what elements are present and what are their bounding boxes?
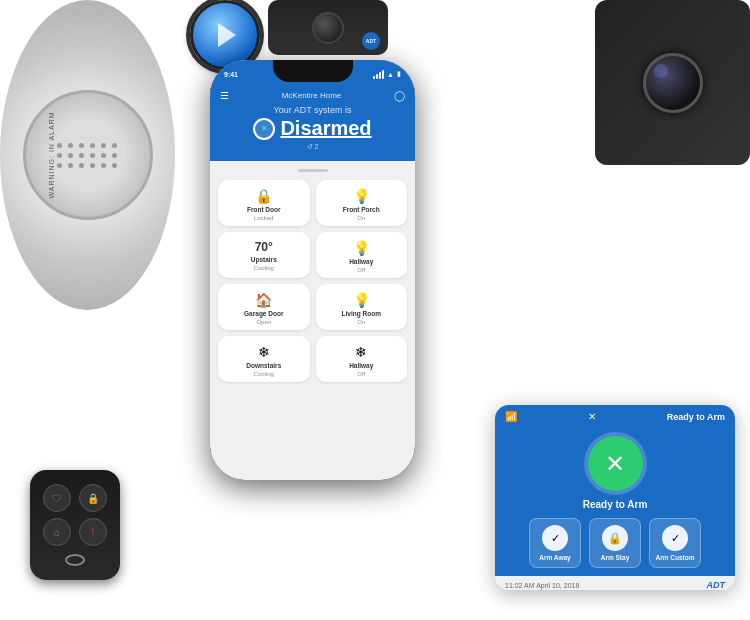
phone-nav: ☰ McKentire Home ◯ (220, 90, 405, 101)
drag-handle (298, 169, 328, 172)
close-button[interactable]: ✕ (588, 411, 596, 422)
tile-label: Upstairs (251, 256, 277, 263)
smartphone: 9:41 ▲ ▮ ☰ McKentire Home ◯ Your ADT sys… (210, 60, 415, 480)
tile-sublabel: On (357, 215, 365, 221)
tile-sublabel: Locked (254, 215, 273, 221)
arm-stay-label: Arm Stay (601, 554, 630, 561)
shield-x-icon: ✕ (605, 450, 625, 478)
keyfob-alarm-button[interactable]: ! (79, 518, 107, 546)
shield-badge-icon: ✕ (253, 118, 275, 140)
arm-away-label: Arm Away (539, 554, 570, 561)
wifi-icon: 📶 (505, 411, 517, 422)
home-label: McKentire Home (282, 91, 342, 100)
keyfob-remote: 🛡 🔒 ⌂ ! (30, 470, 120, 580)
arm-custom-icon: ✓ (662, 525, 688, 551)
doorbell-camera: ADT (268, 0, 388, 55)
tile-label: Garage Door (244, 310, 283, 317)
arm-buttons: ✓ Arm Away 🔒 Arm Stay ✓ Arm Custom (529, 518, 701, 568)
battery-icon: ▮ (397, 70, 401, 78)
touchpad-body: ✕ Ready to Arm ✓ Arm Away 🔒 Arm Stay ✓ A… (495, 428, 735, 576)
tile-sublabel: Cooling (254, 371, 274, 377)
arm-custom-button[interactable]: ✓ Arm Custom (649, 518, 701, 568)
phone-body: 🔒 Front Door Locked 💡 Front Porch On 70°… (210, 161, 415, 480)
temp-value: 70° (255, 240, 273, 254)
keyfob-keyring (65, 554, 85, 566)
tile-upstairs[interactable]: 70° Upstairs Cooling (218, 232, 310, 278)
doorbell-play-icon (218, 23, 236, 47)
status-badge: ✕ Disarmed (253, 117, 371, 140)
camera-lens (643, 53, 703, 113)
touchpad-header: 📶 ✕ Ready to Arm (495, 405, 735, 428)
snow-icon: ❄ (258, 344, 270, 360)
tile-sublabel: Cooling (254, 265, 274, 271)
menu-icon[interactable]: ☰ (220, 90, 229, 101)
garage-icon: 🏠 (255, 292, 272, 308)
tile-hallway-2[interactable]: ❄ Hallway Off (316, 336, 408, 382)
tile-label: Living Room (342, 310, 381, 317)
disarmed-text: Disarmed (280, 117, 371, 140)
smoke-detector-inner (23, 90, 153, 220)
device-grid: 🔒 Front Door Locked 💡 Front Porch On 70°… (218, 180, 407, 382)
snowflake-icon: ❄ (355, 344, 367, 360)
tile-label: Front Door (247, 206, 281, 213)
tile-front-porch[interactable]: 💡 Front Porch On (316, 180, 408, 226)
touchpad-footer: 11:02 AM April 10, 2018 ADT (495, 576, 735, 590)
tile-front-door[interactable]: 🔒 Front Door Locked (218, 180, 310, 226)
touchpad-time: 11:02 AM April 10, 2018 (505, 582, 579, 589)
adt-touchpad: 📶 ✕ Ready to Arm ✕ Ready to Arm ✓ Arm Aw… (495, 405, 735, 590)
light-icon: 💡 (353, 240, 370, 256)
tile-sublabel: Open (256, 319, 271, 325)
tile-living-room[interactable]: 💡 Living Room On (316, 284, 408, 330)
phone-header: ☰ McKentire Home ◯ Your ADT system is ✕ … (210, 84, 415, 161)
tile-sublabel: On (357, 319, 365, 325)
keyfob-lock-button[interactable]: 🔒 (79, 484, 107, 512)
keyfob-shield-button[interactable]: 🛡 (43, 484, 71, 512)
touchpad-main-shield: ✕ (588, 436, 643, 491)
system-label: Your ADT system is (273, 105, 351, 115)
arm-stay-button[interactable]: 🔒 Arm Stay (589, 518, 641, 568)
tile-downstairs[interactable]: ❄ Downstairs Cooling (218, 336, 310, 382)
light-icon: 💡 (353, 188, 370, 204)
adt-camera (595, 0, 750, 165)
tile-label: Downstairs (246, 362, 281, 369)
ready-to-arm-label: Ready to Arm (667, 412, 725, 422)
tile-label: Front Porch (343, 206, 380, 213)
smoke-detector-holes (57, 143, 118, 168)
tile-garage[interactable]: 🏠 Garage Door Open (218, 284, 310, 330)
smoke-detector: WARNING: IN ALARM (0, 0, 175, 310)
tile-hallway-1[interactable]: 💡 Hallway Off (316, 232, 408, 278)
signal-icon (373, 70, 384, 79)
tile-label: Hallway (349, 362, 373, 369)
arm-stay-icon: 🔒 (602, 525, 628, 551)
keyfob-top-buttons: 🛡 🔒 (43, 484, 107, 512)
tile-sublabel: Off (357, 371, 365, 377)
arm-away-icon: ✓ (542, 525, 568, 551)
phone-notch (273, 60, 353, 82)
doorbell-adt-logo: ADT (362, 32, 380, 50)
touchpad-adt-logo: ADT (707, 580, 726, 590)
tile-label: Hallway (349, 258, 373, 265)
sync-indicator: ↺ 2 (307, 143, 319, 151)
keyfob-home-button[interactable]: ⌂ (43, 518, 71, 546)
phone-status-icons: ▲ ▮ (373, 70, 401, 79)
bell-icon[interactable]: ◯ (394, 90, 405, 101)
light-icon: 💡 (353, 292, 370, 308)
arm-custom-label: Arm Custom (655, 554, 694, 561)
ready-to-arm-main-label: Ready to Arm (583, 499, 648, 510)
doorbell-lens (312, 12, 344, 44)
phone-screen: 9:41 ▲ ▮ ☰ McKentire Home ◯ Your ADT sys… (210, 60, 415, 480)
wifi-icon: ▲ (387, 71, 394, 78)
lock-icon: 🔒 (255, 188, 272, 204)
tile-sublabel: Off (357, 267, 365, 273)
keyfob-bottom-buttons: ⌂ ! (43, 518, 107, 546)
smoke-detector-label: WARNING: IN ALARM (48, 111, 55, 198)
phone-time: 9:41 (224, 71, 238, 78)
arm-away-button[interactable]: ✓ Arm Away (529, 518, 581, 568)
